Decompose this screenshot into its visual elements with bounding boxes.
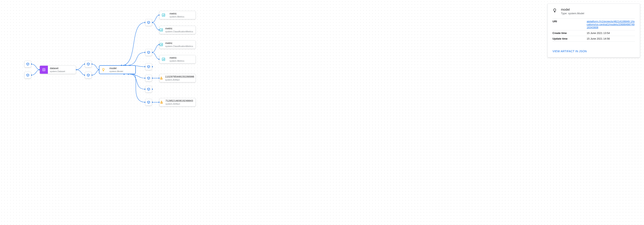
- lightbulb-icon: [552, 8, 557, 13]
- node-title: 11029765448150266986: [165, 75, 194, 78]
- cube-icon: [26, 73, 30, 77]
- cube-icon: [147, 76, 150, 80]
- svg-rect-44: [161, 29, 162, 31]
- svg-rect-34: [43, 69, 44, 69]
- cube-icon: [147, 100, 150, 104]
- svg-rect-43: [161, 30, 161, 31]
- node-subtitle: system.Metrics: [170, 15, 184, 18]
- svg-rect-33: [43, 68, 45, 71]
- svg-rect-48: [161, 44, 162, 45]
- metric-node[interactable]: metric system.Metrics: [159, 55, 196, 63]
- metric-icon: [160, 26, 163, 34]
- exec-node[interactable]: [85, 61, 92, 67]
- svg-rect-37: [44, 70, 44, 70]
- view-json-button[interactable]: VIEW ARTIFACT IN JSON: [552, 50, 587, 53]
- node-title: metric: [165, 27, 193, 30]
- node-title: model: [110, 67, 123, 70]
- artifact-details-panel: model Type: system.Model URI aiplatform:…: [548, 3, 640, 57]
- exec-node[interactable]: [145, 49, 152, 56]
- panel-uri-link[interactable]: aiplatform://v1/projects/46214106849 1/l…: [587, 20, 635, 29]
- node-title: metric: [170, 12, 184, 15]
- exec-node[interactable]: [145, 99, 152, 106]
- cube-icon: [26, 62, 30, 66]
- node-subtitle: system.Artifact: [165, 79, 194, 81]
- svg-rect-55: [162, 79, 162, 80]
- svg-rect-39: [163, 15, 163, 16]
- metric-node[interactable]: metric system.ClassificationMetrics: [159, 40, 196, 49]
- node-title: metric: [170, 56, 184, 59]
- cube-icon: [86, 73, 90, 77]
- svg-rect-57: [162, 103, 163, 104]
- node-subtitle: system.ClassificationMetrics: [165, 45, 193, 48]
- exec-node[interactable]: [145, 63, 152, 70]
- panel-title: model: [561, 8, 584, 11]
- svg-rect-49: [162, 44, 162, 45]
- panel-value: 15 June 2021 13:54: [587, 31, 635, 34]
- exec-node[interactable]: [24, 61, 31, 67]
- panel-row-update: Update time 15 June 2021 14:56: [552, 36, 635, 42]
- exec-node[interactable]: [85, 72, 92, 79]
- panel-row-create: Create time 15 June 2021 13:54: [552, 30, 635, 36]
- node-subtitle: system.Model: [110, 70, 123, 73]
- panel-row-uri: URI aiplatform://v1/projects/46214106849…: [552, 18, 635, 30]
- panel-key: Update time: [552, 37, 587, 40]
- cube-icon: [147, 65, 150, 68]
- node-title: dataset: [50, 67, 65, 70]
- metric-icon: [160, 41, 163, 49]
- cube-icon: [147, 21, 150, 24]
- dataset-icon: [40, 66, 48, 74]
- node-subtitle: system.ClassificationMetrics: [165, 30, 193, 33]
- svg-point-56: [160, 103, 162, 104]
- cube-icon: [147, 87, 150, 91]
- svg-rect-40: [163, 15, 164, 16]
- cube-icon: [147, 51, 150, 54]
- node-subtitle: system.Dataset: [50, 70, 65, 73]
- model-icon: [99, 66, 108, 74]
- svg-rect-51: [163, 59, 163, 60]
- artifact-node[interactable]: 7128521483619248843 system.Artifact: [159, 98, 196, 106]
- panel-type: Type: system.Model: [561, 12, 584, 15]
- cube-icon: [86, 62, 90, 66]
- artifact-node[interactable]: 11029765448150266986 system.Artifact: [159, 74, 196, 82]
- panel-key: URI: [552, 20, 587, 29]
- svg-rect-41: [164, 14, 164, 16]
- svg-rect-52: [163, 59, 164, 60]
- model-node[interactable]: model system.Model: [99, 65, 136, 74]
- exec-node[interactable]: [145, 86, 152, 93]
- metric-icon: [160, 11, 168, 19]
- metric-node[interactable]: metric system.Metrics: [159, 11, 196, 19]
- artifact-icon: [160, 74, 163, 82]
- exec-node[interactable]: [24, 72, 31, 79]
- node-subtitle: system.Artifact: [166, 103, 193, 105]
- dataset-node[interactable]: dataset system.Dataset: [40, 65, 76, 74]
- artifact-icon: [160, 98, 164, 106]
- metric-node[interactable]: metric system.ClassificationMetrics: [159, 26, 196, 34]
- svg-rect-47: [161, 45, 161, 45]
- svg-rect-53: [164, 58, 164, 60]
- svg-rect-36: [43, 70, 44, 70]
- exec-node[interactable]: [145, 19, 152, 26]
- node-subtitle: system.Metrics: [170, 60, 184, 62]
- node-title: metric: [165, 42, 193, 45]
- exec-node[interactable]: [145, 75, 152, 82]
- svg-point-54: [160, 79, 161, 80]
- panel-key: Create time: [552, 31, 587, 34]
- metric-icon: [160, 55, 168, 63]
- panel-value: 15 June 2021 14:56: [587, 37, 635, 40]
- svg-rect-35: [44, 69, 44, 69]
- node-title: 7128521483619248843: [166, 99, 193, 102]
- svg-rect-45: [162, 29, 162, 31]
